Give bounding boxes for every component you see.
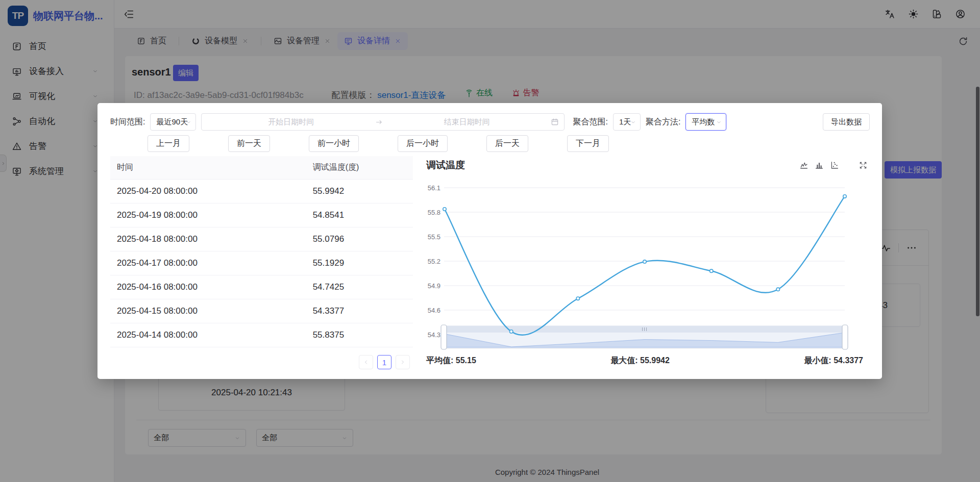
agg-method-select[interactable]: 平均数 — [685, 113, 726, 131]
history-data-modal: 时间范围: 最近90天 开始日期时间 结束日期时间 聚合范围: 1天 聚合方法:… — [97, 103, 882, 379]
table-cell: 54.8541 — [306, 203, 413, 227]
max-stat: 最大值: 55.9942 — [610, 356, 670, 366]
quick-nav-buttons: 上一月前一天前一小时后一小时后一天下一月 — [148, 135, 609, 152]
table-cell: 2025-04-15 08:00:00 — [110, 299, 306, 323]
chart-title: 调试温度 — [426, 159, 465, 172]
table-cell: 54.3377 — [306, 299, 413, 323]
chart-header: 调试温度 — [426, 156, 868, 174]
quick-button-前一天[interactable]: 前一天 — [228, 135, 270, 152]
table-row: 2025-04-15 08:00:0054.3377 — [110, 299, 413, 323]
table-row: 2025-04-20 08:00:0055.9942 — [110, 179, 413, 203]
svg-text:55.2: 55.2 — [428, 258, 440, 265]
min-stat: 最小值: 54.3377 — [804, 356, 863, 366]
table-cell: 2025-04-18 08:00:00 — [110, 227, 306, 251]
scatter-chart-icon[interactable] — [830, 161, 839, 170]
table-row: 2025-04-19 08:00:0054.8541 — [110, 203, 413, 227]
chart-toolbox — [799, 161, 868, 170]
chevron-right-icon — [400, 359, 406, 365]
quick-button-后一小时[interactable]: 后一小时 — [398, 135, 448, 152]
chevron-left-icon — [363, 359, 369, 365]
quick-button-下一月[interactable]: 下一月 — [567, 135, 609, 152]
pagination: 1 — [110, 355, 413, 369]
table-cell: 55.1929 — [306, 251, 413, 275]
start-date-placeholder: 开始日期时间 — [207, 117, 375, 127]
svg-text:54.6: 54.6 — [428, 307, 440, 314]
date-range-input[interactable]: 开始日期时间 结束日期时间 — [201, 113, 565, 131]
chart-stats: 平均值: 55.15 最大值: 55.9942 最小值: 54.3377 — [426, 356, 863, 366]
time-range-label: 时间范围: — [110, 117, 145, 128]
time-range-select[interactable]: 最近90天 — [150, 113, 196, 131]
agg-range-label: 聚合范围: — [573, 117, 607, 128]
svg-text:56.1: 56.1 — [428, 184, 440, 192]
avg-stat: 平均值: 55.15 — [426, 356, 476, 366]
chart-panel: 调试温度 56.155.855.555.254.954.654.31516171… — [426, 156, 868, 366]
table-cell: 55.0796 — [306, 227, 413, 251]
table-cell: 2025-04-19 08:00:00 — [110, 203, 306, 227]
temperature-line-chart: 56.155.855.555.254.954.654.3151617181920 — [426, 180, 865, 350]
calendar-icon — [551, 118, 559, 126]
chevron-down-icon — [716, 119, 722, 125]
fullscreen-icon[interactable] — [859, 161, 868, 170]
quick-button-前一小时[interactable]: 前一小时 — [309, 135, 359, 152]
page-1-button[interactable]: 1 — [377, 355, 391, 369]
quick-button-上一月[interactable]: 上一月 — [148, 135, 189, 152]
table-cell: 2025-04-17 08:00:00 — [110, 251, 306, 275]
svg-text:55.8: 55.8 — [428, 209, 440, 216]
table-cell: 55.9942 — [306, 179, 413, 203]
table-cell: 2025-04-20 08:00:00 — [110, 179, 306, 203]
arrow-right-icon — [375, 118, 383, 126]
table-row: 2025-04-17 08:00:0055.1929 — [110, 251, 413, 275]
table-cell: 55.8375 — [306, 323, 413, 347]
app-root: TP 物联网平台物... 首页 设备接入 可视化 自动化 告警 系统管理 首页 … — [0, 0, 980, 482]
bar-chart-icon[interactable] — [815, 161, 824, 170]
table-row: 2025-04-14 08:00:0055.8375 — [110, 323, 413, 347]
agg-method-label: 聚合方法: — [646, 117, 680, 128]
table-row: 2025-04-18 08:00:0055.0796 — [110, 227, 413, 251]
end-date-placeholder: 结束日期时间 — [383, 117, 551, 127]
svg-text:54.3: 54.3 — [428, 331, 440, 339]
chevron-down-icon — [630, 119, 636, 125]
table-column-header: 调试温度(度) — [306, 156, 413, 179]
svg-text:55.5: 55.5 — [428, 233, 440, 241]
chevron-down-icon — [185, 119, 192, 125]
table-cell: 2025-04-16 08:00:00 — [110, 275, 306, 299]
table-cell: 54.7425 — [306, 275, 413, 299]
prev-page-button[interactable] — [359, 355, 373, 369]
svg-text:54.9: 54.9 — [428, 282, 440, 290]
quick-button-后一天[interactable]: 后一天 — [486, 135, 528, 152]
history-table: 时间调试温度(度) 2025-04-20 08:00:0055.99422025… — [110, 156, 413, 347]
next-page-button[interactable] — [396, 355, 410, 369]
table-column-header: 时间 — [110, 156, 306, 179]
table-cell: 2025-04-14 08:00:00 — [110, 323, 306, 347]
table-row: 2025-04-16 08:00:0054.7425 — [110, 275, 413, 299]
export-data-button[interactable]: 导出数据 — [823, 113, 870, 131]
agg-range-select[interactable]: 1天 — [613, 113, 641, 131]
line-chart-icon[interactable] — [799, 161, 808, 170]
modal-controls-row: 时间范围: 最近90天 开始日期时间 结束日期时间 聚合范围: 1天 聚合方法:… — [110, 113, 870, 131]
